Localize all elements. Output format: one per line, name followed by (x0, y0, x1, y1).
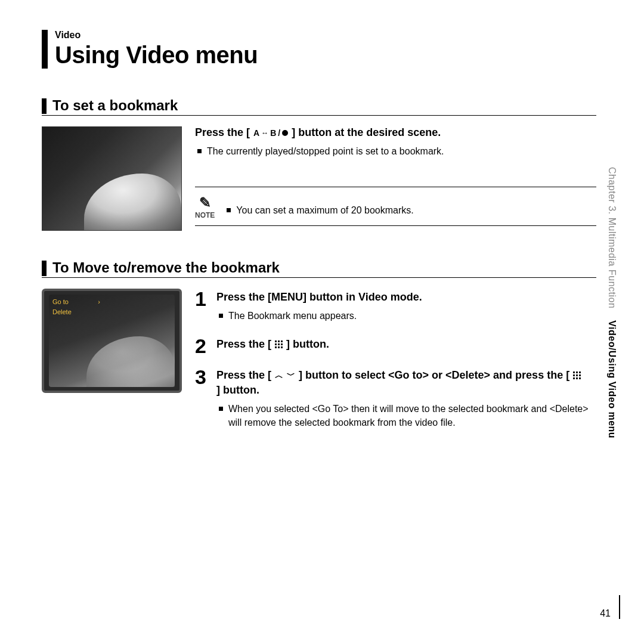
section-set-bookmark: To set a bookmark Press the [ A ↔ B / ] … (42, 97, 596, 231)
icon-b: B (270, 128, 276, 138)
instruction-text: Press the [ ︿ ﹀ ] button to select <Go t… (216, 369, 596, 397)
section-move-remove-bookmark: To Move to/remove the bookmark Go to › D… (42, 259, 596, 442)
bullet-item: The Bookmark menu appears. (216, 309, 596, 323)
step-number: 2 (195, 336, 209, 356)
text-fragment: Press the [ (195, 126, 250, 139)
step-number: 3 (195, 367, 209, 432)
text-fragment: ] button to select <Go to> or <Delete> a… (299, 369, 569, 382)
bullet-list: The Bookmark menu appears. (216, 309, 596, 323)
current-section-label: Video/Using Video menu (607, 320, 617, 438)
bullet-item: The currently played/stopped point is se… (195, 145, 596, 158)
chevron-right-icon: › (98, 297, 100, 307)
section-title: To Move to/remove the bookmark (52, 259, 280, 276)
section-heading: To set a bookmark (42, 97, 596, 116)
ab-repeat-icon: A ↔ B / (252, 128, 289, 138)
note-label: NOTE (195, 211, 215, 219)
thumbnail-menu: Go to › Delete (52, 297, 100, 317)
chapter-label: Chapter 3. Multimedia Function (607, 167, 617, 308)
text-fragment: ] button. (286, 338, 329, 351)
text-fragment: ] button at the desired scene. (292, 126, 441, 139)
section-heading: To Move to/remove the bookmark (42, 259, 596, 278)
page-number: 41 (600, 608, 611, 619)
bullet-list: The currently played/stopped point is se… (195, 145, 596, 158)
section-title: To set a bookmark (52, 97, 178, 114)
text-fragment: Press the [ (216, 338, 271, 351)
step-1: 1 Press the [MENU] button in Video mode.… (195, 289, 596, 325)
arrow-left-icon: ↔ (261, 129, 268, 137)
section-bar (42, 98, 47, 114)
grid-icon (275, 340, 283, 348)
bullet-list: When you selected <Go To> then it will m… (216, 402, 596, 429)
text-fragment: ] button. (216, 384, 259, 397)
header-bar (42, 30, 48, 69)
instruction-text: Press the [ A ↔ B / ] button at the desi… (195, 126, 596, 139)
section-bar (42, 261, 47, 276)
step-number: 1 (195, 289, 209, 325)
move-remove-thumbnail: Go to › Delete (42, 289, 182, 393)
pencil-icon: ✎ (199, 194, 211, 211)
page-title: Using Video menu (55, 42, 258, 69)
step-2: 2 Press the [ ] button. (195, 336, 596, 356)
menu-delete: Delete (52, 307, 100, 317)
record-dot-icon (282, 130, 288, 136)
page-header: Video Using Video menu (42, 30, 596, 69)
text-fragment: Press the [ (216, 369, 271, 382)
grid-icon (573, 371, 581, 379)
bookmark-thumbnail (42, 126, 182, 231)
note-bullet-list: You can set a maximum of 20 bookmarks. (224, 204, 596, 219)
bullet-item: You can set a maximum of 20 bookmarks. (224, 204, 596, 217)
bullet-item: When you selected <Go To> then it will m… (216, 402, 596, 429)
category-label: Video (55, 30, 258, 41)
note-icon: ✎ NOTE (195, 194, 215, 219)
section-content: Press the [ A ↔ B / ] button at the desi… (195, 126, 596, 231)
chevron-up-icon: ︿ (275, 370, 283, 381)
page-bar (619, 595, 620, 619)
icon-slash: / (278, 128, 280, 138)
icon-a: A (253, 128, 259, 138)
instruction-text: Press the [MENU] button in Video mode. (216, 291, 596, 304)
up-down-icon: ︿ ﹀ (275, 370, 295, 381)
step-3: 3 Press the [ ︿ ﹀ ] button to select <Go… (195, 367, 596, 432)
chevron-down-icon: ﹀ (287, 370, 295, 381)
instruction-text: Press the [ ] button. (216, 338, 596, 351)
note-box: ✎ NOTE You can set a maximum of 20 bookm… (195, 187, 596, 226)
menu-goto: Go to (52, 297, 69, 307)
steps-list: 1 Press the [MENU] button in Video mode.… (195, 289, 596, 442)
side-tab: Chapter 3. Multimedia Function Video/Usi… (603, 167, 620, 549)
